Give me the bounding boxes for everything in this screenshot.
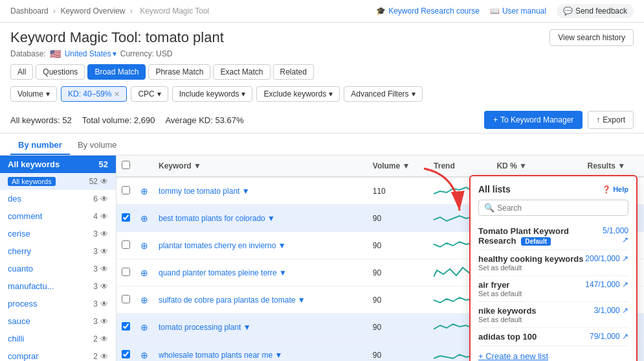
- keyword-link[interactable]: tomato processing plant ▼: [159, 323, 251, 332]
- add-button[interactable]: ⊕: [140, 240, 148, 251]
- add-button[interactable]: ⊕: [140, 268, 148, 278]
- row-checkbox[interactable]: [122, 186, 130, 194]
- sidebar: All keywords 52 All keywords 52 👁 des 6 …: [0, 156, 117, 361]
- list-item: adidas top 100 79/1,000 ↗: [478, 328, 628, 346]
- filter-row: Volume ▾ KD: 40–59% ✕ CPC ▾ Include keyw…: [10, 86, 423, 102]
- sidebar-item-comment[interactable]: comment 4 👁: [0, 207, 116, 225]
- advanced-filters[interactable]: Advanced Filters ▾: [344, 86, 422, 102]
- add-button[interactable]: ⊕: [140, 350, 148, 360]
- exclude-keywords-filter[interactable]: Exclude keywords ▾: [256, 86, 340, 102]
- tab-broad-match[interactable]: Broad Match: [87, 64, 146, 80]
- add-button[interactable]: ⊕: [140, 213, 148, 224]
- list-item-count[interactable]: 3/1,000 ↗: [594, 306, 628, 315]
- manual-link[interactable]: 📖 User manual: [490, 6, 546, 16]
- sidebar-item-des[interactable]: des 6 👁: [0, 190, 116, 207]
- add-button[interactable]: ⊕: [140, 186, 148, 196]
- match-tabs: All Questions Broad Match Phrase Match E…: [10, 64, 314, 80]
- filter-bar: All Questions Broad Match Phrase Match E…: [0, 62, 644, 107]
- list-item-name: adidas top 100: [478, 332, 537, 342]
- keyword-link[interactable]: plantar tomates cherry en invierno ▼: [159, 241, 286, 250]
- keyword-header: Keyword ▼: [153, 156, 355, 177]
- tab-exact-match[interactable]: Exact Match: [213, 64, 270, 80]
- eye-icon: 👁: [100, 264, 108, 274]
- row-checkbox[interactable]: [122, 240, 130, 249]
- sidebar-item-comprar[interactable]: comprar 2 👁: [0, 347, 116, 361]
- list-item-count[interactable]: 5/1,000 ↗: [603, 226, 628, 244]
- list-item: Tomato Plant Keyword Research Default 5/…: [478, 222, 628, 250]
- sidebar-item-all-keywords[interactable]: All keywords 52 👁: [0, 173, 116, 190]
- cpc-filter[interactable]: CPC ▾: [131, 86, 168, 102]
- row-checkbox[interactable]: [122, 268, 130, 276]
- book-icon: 📖: [490, 6, 500, 16]
- row-checkbox[interactable]: [122, 213, 130, 222]
- row-checkbox[interactable]: [122, 295, 130, 303]
- tab-all[interactable]: All: [10, 64, 33, 80]
- set-default-link[interactable]: Set as default: [478, 264, 584, 272]
- sidebar-item-manufactu[interactable]: manufactu... 3 👁: [0, 277, 116, 295]
- export-icon: ↑: [596, 115, 600, 124]
- add-button[interactable]: ⊕: [140, 322, 148, 332]
- external-link-icon: ↗: [622, 235, 628, 244]
- sidebar-item-cerise[interactable]: cerise 3 👁: [0, 225, 116, 242]
- sidebar-item-chilli[interactable]: chilli 2 👁: [0, 330, 116, 347]
- list-item-count[interactable]: 147/1,000 ↗: [585, 280, 628, 289]
- table-container: Keyword ▼ Volume ▼ Trend KD % ▼ Results …: [117, 156, 644, 361]
- eye-icon: 👁: [100, 334, 108, 344]
- avg-kd-stat: Average KD: 53.67%: [165, 115, 243, 125]
- to-keyword-manager-button[interactable]: + To Keyword Manager: [484, 111, 583, 129]
- breadcrumb-keyword-overview[interactable]: Keyword Overview: [60, 6, 125, 16]
- stats-right: + To Keyword Manager ↑ Export: [484, 111, 634, 129]
- eye-icon: 👁: [100, 194, 108, 204]
- tab-questions[interactable]: Questions: [36, 64, 85, 80]
- tab-phrase-match[interactable]: Phrase Match: [148, 64, 210, 80]
- select-all-checkbox[interactable]: [122, 161, 130, 169]
- trend-chart: [434, 237, 472, 252]
- include-keywords-filter[interactable]: Include keywords ▾: [172, 86, 253, 102]
- kd-filter-close[interactable]: ✕: [114, 90, 120, 99]
- add-button[interactable]: ⊕: [140, 295, 148, 305]
- list-item-count[interactable]: 79/1,000 ↗: [590, 332, 628, 341]
- list-item: nike keywords Set as default 3/1,000 ↗: [478, 302, 628, 328]
- search-history-button[interactable]: View search history: [550, 29, 634, 46]
- volume-header: Volume ▼: [368, 156, 428, 177]
- trend-chart: [434, 319, 472, 334]
- keyword-link[interactable]: sulfato de cobre para plantas de tomate …: [159, 296, 305, 305]
- dropdown-search-input[interactable]: [497, 204, 623, 213]
- dropdown-search-box: 🔍: [478, 200, 628, 216]
- set-default-link[interactable]: Set as default: [478, 290, 522, 297]
- export-button[interactable]: ↑ Export: [588, 111, 634, 129]
- course-link[interactable]: 🎓 Keyword Research course: [376, 6, 480, 16]
- row-checkbox[interactable]: [122, 322, 130, 331]
- trend-chart: [434, 209, 472, 225]
- set-default-link[interactable]: Set as default: [478, 316, 537, 323]
- eye-icon: 👁: [100, 177, 108, 186]
- sort-by-volume-tab[interactable]: By volume: [70, 137, 125, 155]
- trend-chart: [434, 264, 472, 279]
- volume-cell: 90: [368, 205, 428, 232]
- page-title: Keyword Magic Tool: tomato plant: [10, 29, 224, 46]
- breadcrumb-dashboard[interactable]: Dashboard: [10, 6, 49, 16]
- tab-related[interactable]: Related: [273, 64, 314, 80]
- feedback-button[interactable]: 💬 Send feedback: [557, 4, 634, 18]
- sidebar-item-cuanto[interactable]: cuanto 3 👁: [0, 260, 116, 277]
- volume-cell: 90: [368, 259, 428, 286]
- sort-by-number-tab[interactable]: By number: [10, 137, 70, 155]
- keyword-link[interactable]: tommy toe tomato plant ▼: [159, 187, 250, 196]
- row-checkbox[interactable]: [122, 350, 130, 358]
- graduation-icon: 🎓: [376, 6, 386, 16]
- help-link[interactable]: ❓ Help: [602, 185, 628, 194]
- sidebar-header: All keywords 52: [0, 156, 116, 173]
- keyword-link[interactable]: wholesale tomato plants near me ▼: [159, 351, 282, 360]
- keyword-link[interactable]: quand planter tomates pleine terre ▼: [159, 268, 287, 277]
- sidebar-item-process[interactable]: process 3 👁: [0, 295, 116, 312]
- db-country-link[interactable]: United States ▾: [65, 49, 117, 58]
- keyword-link[interactable]: best tomato plants for colorado ▼: [159, 214, 275, 223]
- create-new-list-link[interactable]: + Create a new list: [478, 346, 628, 361]
- volume-filter[interactable]: Volume ▾: [10, 86, 57, 102]
- results-header: Results ▼: [582, 156, 644, 177]
- kd-filter[interactable]: KD: 40–59% ✕: [61, 86, 127, 102]
- list-item-name: Tomato Plant Keyword Research Default: [478, 226, 603, 246]
- sidebar-item-sauce[interactable]: sauce 3 👁: [0, 312, 116, 330]
- sidebar-item-cherry[interactable]: cherry 3 👁: [0, 242, 116, 260]
- list-item-count[interactable]: 200/1,000 ↗: [585, 254, 628, 263]
